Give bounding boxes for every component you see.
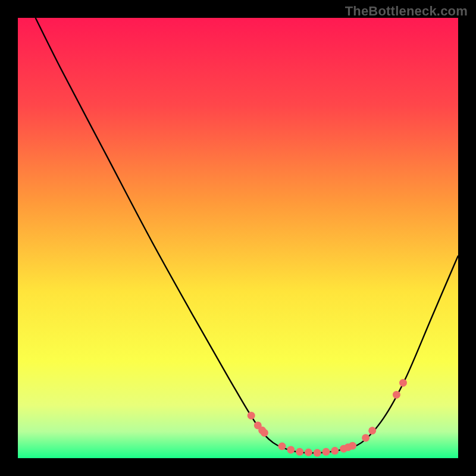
- highlight-dot: [322, 448, 330, 456]
- attribution-text: TheBottleneck.com: [345, 4, 468, 19]
- highlight-dot: [261, 429, 268, 437]
- highlight-dot: [287, 446, 295, 453]
- chart-svg: [18, 18, 458, 458]
- highlight-dot: [331, 447, 339, 455]
- highlight-dot: [278, 443, 286, 450]
- chart-plot-area: [18, 18, 458, 458]
- highlight-dot: [399, 379, 407, 387]
- highlight-dot: [248, 412, 255, 419]
- highlight-dot: [314, 449, 321, 457]
- highlight-dot: [296, 448, 303, 456]
- chart-background: [18, 18, 458, 458]
- highlight-dot: [368, 427, 376, 434]
- highlight-dot: [349, 442, 356, 450]
- highlight-dot: [393, 391, 400, 399]
- chart-frame: TheBottleneck.com: [0, 0, 476, 476]
- highlight-dot: [362, 434, 369, 441]
- highlight-dot: [305, 449, 312, 456]
